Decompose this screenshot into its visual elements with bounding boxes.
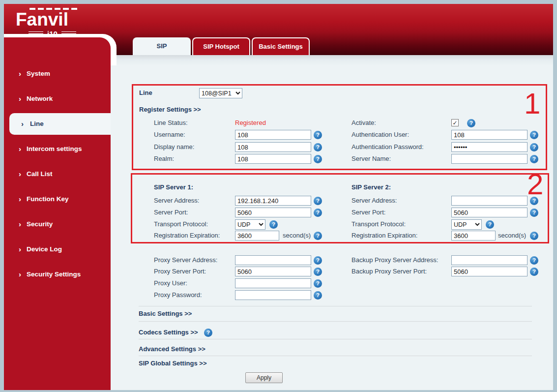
sidebar-item-network[interactable]: › Network xyxy=(4,88,111,110)
annotation-box-1 xyxy=(132,84,547,170)
section-divider xyxy=(139,339,532,339)
sidebar-nav: › System › Network › Line › Intercom set… xyxy=(4,37,111,390)
annotation-box-2 xyxy=(131,173,549,243)
help-icon[interactable]: ? xyxy=(530,268,538,276)
help-icon[interactable]: ? xyxy=(530,256,538,265)
backup-proxy-address-input[interactable] xyxy=(451,255,528,265)
chevron-right-icon: › xyxy=(19,239,21,260)
chevron-right-icon: › xyxy=(19,63,21,85)
help-icon[interactable]: ? xyxy=(314,268,322,276)
proxy-password-input[interactable] xyxy=(235,290,311,300)
fanvil-web-config-window: Fanvil i10 SIP SIP Hotspot Basic Setting… xyxy=(4,4,553,390)
sidebar-item-function-key[interactable]: › Function Key xyxy=(4,188,111,210)
apply-button[interactable]: Apply xyxy=(245,372,283,383)
proxy-user-label: Proxy User: xyxy=(154,278,187,289)
proxy-port-input[interactable] xyxy=(235,267,311,276)
annotation-number-2: 2 xyxy=(527,170,543,199)
chevron-right-icon: › xyxy=(19,188,21,210)
basic-settings-section-title[interactable]: Basic Settings >> xyxy=(139,308,192,319)
sidebar-item-security-settings[interactable]: › Security Settings xyxy=(4,264,111,285)
backup-proxy-port-label: Backup Proxy Server Port: xyxy=(352,266,427,277)
sidebar-item-device-log[interactable]: › Device Log xyxy=(4,239,111,260)
help-icon[interactable]: ? xyxy=(204,329,212,337)
help-icon[interactable]: ? xyxy=(314,256,322,265)
logo-brand-text: Fanvil xyxy=(16,10,77,30)
help-icon[interactable]: ? xyxy=(314,279,322,288)
advanced-settings-section-title[interactable]: Advanced Settings >> xyxy=(139,344,205,355)
sip-global-settings-section-title[interactable]: SIP Global Settings >> xyxy=(139,358,206,369)
chevron-right-icon: › xyxy=(19,88,21,110)
chevron-right-icon: › xyxy=(19,138,21,160)
tab-bar: SIP SIP Hotspot Basic Settings xyxy=(133,37,310,55)
codecs-settings-section-title[interactable]: Codecs Settings >> xyxy=(139,327,198,338)
proxy-port-label: Proxy Server Port: xyxy=(154,266,206,277)
chevron-right-icon: › xyxy=(19,213,21,235)
annotation-number-1: 1 xyxy=(524,90,540,118)
backup-proxy-port-input[interactable] xyxy=(451,267,528,276)
chevron-right-icon: › xyxy=(19,264,21,285)
tab-sip-hotspot[interactable]: SIP Hotspot xyxy=(192,37,250,55)
fanvil-logo: Fanvil i10 xyxy=(16,8,77,38)
sidebar-item-system[interactable]: › System xyxy=(4,63,111,85)
proxy-address-input[interactable] xyxy=(235,255,311,265)
tab-sip[interactable]: SIP xyxy=(133,37,191,55)
proxy-user-input[interactable] xyxy=(235,278,311,288)
section-divider xyxy=(139,306,532,306)
help-icon[interactable]: ? xyxy=(314,291,322,300)
sidebar-item-security[interactable]: › Security xyxy=(4,213,111,235)
tab-basic-settings[interactable]: Basic Settings xyxy=(252,37,310,55)
section-divider xyxy=(139,321,532,322)
section-divider xyxy=(139,356,532,356)
sidebar-item-call-list[interactable]: › Call List xyxy=(4,163,111,185)
proxy-address-label: Proxy Server Address: xyxy=(154,255,217,266)
chevron-right-icon: › xyxy=(21,113,24,135)
backup-proxy-address-label: Backup Proxy Server Address: xyxy=(352,255,438,266)
chevron-right-icon: › xyxy=(19,163,21,185)
proxy-password-label: Proxy Password: xyxy=(154,290,202,301)
sidebar-item-intercom-settings[interactable]: › Intercom settings xyxy=(4,138,111,160)
sidebar-item-line[interactable]: › Line xyxy=(9,113,111,135)
